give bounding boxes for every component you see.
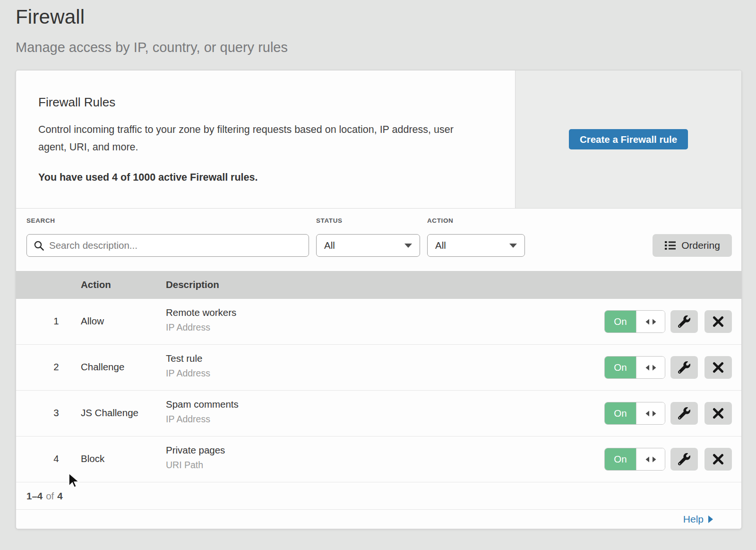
column-header-description: Description	[166, 279, 219, 290]
rule-description-cell: Private pages URI Path	[166, 445, 225, 471]
toggle-handle[interactable]	[636, 448, 665, 470]
edit-rule-button[interactable]	[670, 356, 698, 379]
rule-priority: 3	[43, 407, 69, 419]
pagination-range: 1–4	[26, 490, 43, 502]
rule-enabled-toggle[interactable]: On	[604, 356, 665, 379]
action-label: ACTION	[427, 217, 453, 224]
rule-description: Test rule	[166, 353, 210, 364]
toggle-handle[interactable]	[636, 357, 665, 378]
create-rule-panel: Create a Firewall rule	[515, 70, 741, 208]
chevron-down-icon	[404, 244, 412, 248]
rule-action: JS Challenge	[81, 407, 138, 419]
rule-enabled-toggle[interactable]: On	[604, 402, 665, 425]
rule-description: Remote workers	[166, 307, 236, 318]
rules-description: Control incoming traffic to your zone by…	[38, 121, 477, 156]
pagination: 1–4 of 4	[16, 482, 741, 510]
status-select[interactable]: All	[316, 234, 420, 257]
help-link[interactable]: Help	[683, 514, 713, 525]
rule-enabled-toggle[interactable]: On	[604, 448, 665, 471]
delete-rule-button[interactable]	[704, 402, 732, 425]
search-label: SEARCH	[26, 217, 55, 224]
toggle-handle[interactable]	[636, 402, 665, 424]
rule-match-type: IP Address	[166, 368, 210, 379]
page-header: Firewall Manage access by IP, country, o…	[0, 0, 756, 55]
rule-priority: 1	[43, 315, 69, 327]
toggle-handle[interactable]	[636, 311, 665, 332]
table-row: 1 Allow Remote workers IP Address On	[16, 299, 741, 345]
table-row: 2 Challenge Test rule IP Address On	[16, 345, 741, 391]
rule-priority: 4	[43, 453, 69, 464]
toggle-on-label: On	[605, 402, 636, 424]
wrench-icon	[678, 453, 690, 465]
close-icon	[713, 408, 724, 419]
chevron-down-icon	[509, 244, 517, 248]
rule-match-type: URI Path	[166, 460, 225, 471]
ordered-list-icon	[664, 240, 676, 251]
rule-action: Challenge	[81, 361, 124, 373]
column-header-action: Action	[81, 279, 111, 290]
wrench-icon	[678, 407, 690, 419]
drag-arrows-icon	[645, 456, 657, 463]
drag-arrows-icon	[645, 318, 657, 325]
close-icon	[713, 362, 724, 373]
filter-bar: SEARCH STATUS All ACTION All	[16, 209, 741, 271]
rules-usage-note: You have used 4 of 1000 active Firewall …	[38, 172, 477, 183]
edit-rule-button[interactable]	[670, 310, 698, 333]
rule-description-cell: Remote workers IP Address	[166, 307, 236, 333]
rule-priority: 2	[43, 361, 69, 373]
firewall-rules-card: Firewall Rules Control incoming traffic …	[16, 70, 742, 529]
search-input[interactable]	[49, 240, 302, 251]
rule-description-cell: Test rule IP Address	[166, 353, 210, 379]
pagination-total: 4	[57, 490, 62, 502]
pagination-of: of	[46, 490, 54, 502]
search-box[interactable]	[26, 234, 309, 257]
help-link-label: Help	[683, 514, 704, 525]
rule-description-cell: Spam comments IP Address	[166, 399, 239, 425]
drag-arrows-icon	[645, 364, 657, 371]
delete-rule-button[interactable]	[704, 356, 732, 379]
delete-rule-button[interactable]	[704, 448, 732, 471]
close-icon	[713, 316, 724, 327]
ordering-button-label: Ordering	[681, 240, 720, 251]
toggle-on-label: On	[605, 448, 636, 470]
action-selected-value: All	[435, 240, 446, 251]
edit-rule-button[interactable]	[670, 402, 698, 425]
rule-description: Spam comments	[166, 399, 239, 410]
rules-table-body: 1 Allow Remote workers IP Address On	[16, 299, 741, 482]
rule-match-type: IP Address	[166, 414, 239, 425]
action-select[interactable]: All	[427, 234, 525, 257]
rule-match-type: IP Address	[166, 322, 236, 333]
table-row: 4 Block Private pages URI Path On	[16, 437, 741, 482]
rule-enabled-toggle[interactable]: On	[604, 310, 665, 333]
table-row: 3 JS Challenge Spam comments IP Address …	[16, 391, 741, 437]
edit-rule-button[interactable]	[670, 448, 698, 471]
rules-heading: Firewall Rules	[38, 95, 477, 110]
page-title: Firewall	[16, 6, 756, 28]
delete-rule-button[interactable]	[704, 310, 732, 333]
status-selected-value: All	[324, 240, 335, 251]
drag-arrows-icon	[645, 410, 657, 417]
create-firewall-rule-button[interactable]: Create a Firewall rule	[569, 129, 688, 149]
close-icon	[713, 454, 724, 465]
toggle-on-label: On	[605, 357, 636, 378]
wrench-icon	[678, 361, 690, 374]
card-footer: Help	[16, 510, 741, 529]
rules-intro-text: Firewall Rules Control incoming traffic …	[16, 70, 515, 208]
toggle-on-label: On	[605, 311, 636, 332]
rule-action: Block	[81, 453, 104, 464]
wrench-icon	[678, 315, 690, 328]
status-label: STATUS	[316, 217, 343, 224]
rule-description: Private pages	[166, 445, 225, 456]
page-subtitle: Manage access by IP, country, or query r…	[16, 40, 756, 55]
rule-action: Allow	[81, 315, 104, 327]
arrow-right-icon	[708, 515, 713, 523]
ordering-button[interactable]: Ordering	[653, 234, 732, 257]
table-header: Action Description	[16, 271, 741, 299]
rules-intro-section: Firewall Rules Control incoming traffic …	[16, 70, 741, 209]
search-icon	[34, 240, 44, 251]
